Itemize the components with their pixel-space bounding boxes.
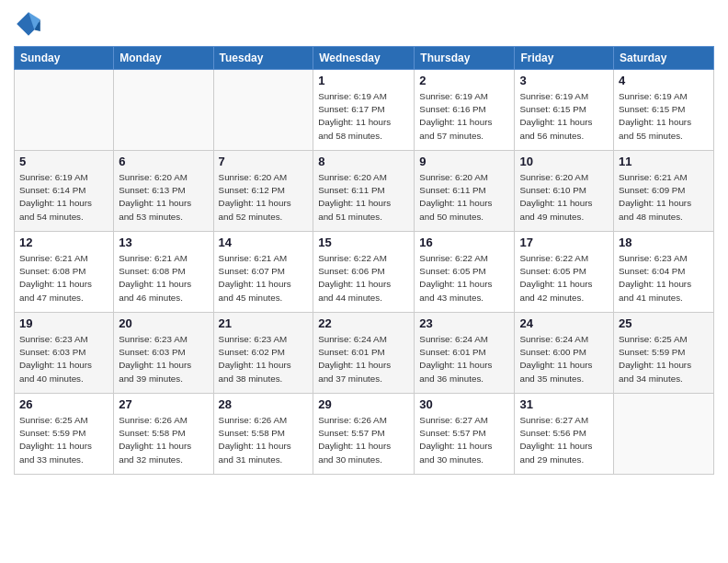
day-info: Sunrise: 6:21 AMSunset: 6:07 PMDaylight:… (219, 252, 309, 304)
calendar-day-cell: 16Sunrise: 6:22 AMSunset: 6:05 PMDayligh… (415, 232, 515, 313)
day-info: Sunrise: 6:25 AMSunset: 5:59 PMDaylight:… (619, 333, 709, 385)
calendar-day-cell: 25Sunrise: 6:25 AMSunset: 5:59 PMDayligh… (614, 313, 714, 394)
day-number: 29 (318, 397, 409, 411)
day-info: Sunrise: 6:20 AMSunset: 6:10 PMDaylight:… (519, 171, 609, 224)
day-number: 31 (519, 397, 609, 411)
calendar-day-cell: 14Sunrise: 6:21 AMSunset: 6:07 PMDayligh… (213, 232, 313, 313)
day-number: 12 (19, 236, 108, 249)
day-number: 3 (519, 74, 609, 87)
day-number: 24 (519, 316, 609, 330)
calendar-week-row: 26Sunrise: 6:25 AMSunset: 5:59 PMDayligh… (15, 394, 714, 475)
weekday-header-cell: Thursday (415, 47, 515, 70)
day-number: 13 (119, 236, 208, 249)
calendar-day-cell: 10Sunrise: 6:20 AMSunset: 6:10 PMDayligh… (515, 151, 614, 232)
header (14, 9, 714, 39)
day-info: Sunrise: 6:27 AMSunset: 5:56 PMDaylight:… (519, 414, 609, 466)
day-info: Sunrise: 6:21 AMSunset: 6:09 PMDaylight:… (619, 171, 709, 224)
day-info: Sunrise: 6:26 AMSunset: 5:58 PMDaylight:… (119, 414, 208, 466)
day-info: Sunrise: 6:25 AMSunset: 5:59 PMDaylight:… (19, 414, 108, 466)
day-info: Sunrise: 6:20 AMSunset: 6:12 PMDaylight:… (219, 171, 309, 224)
calendar-day-cell: 22Sunrise: 6:24 AMSunset: 6:01 PMDayligh… (313, 313, 415, 394)
day-number: 22 (318, 316, 409, 330)
day-number: 19 (19, 316, 108, 330)
calendar-day-cell: 30Sunrise: 6:27 AMSunset: 5:57 PMDayligh… (415, 394, 515, 475)
weekday-header-cell: Sunday (15, 47, 114, 70)
calendar-body: 1Sunrise: 6:19 AMSunset: 6:17 PMDaylight… (15, 70, 714, 475)
day-info: Sunrise: 6:19 AMSunset: 6:15 PMDaylight:… (619, 90, 709, 143)
day-number: 14 (219, 236, 309, 249)
calendar-day-cell: 28Sunrise: 6:26 AMSunset: 5:58 PMDayligh… (213, 394, 313, 475)
day-number: 4 (619, 74, 709, 87)
calendar-day-cell (114, 70, 213, 151)
calendar-day-cell: 20Sunrise: 6:23 AMSunset: 6:03 PMDayligh… (114, 313, 213, 394)
weekday-header-cell: Friday (515, 47, 614, 70)
day-number: 10 (519, 155, 609, 168)
day-info: Sunrise: 6:19 AMSunset: 6:16 PMDaylight:… (419, 90, 509, 143)
calendar-day-cell: 1Sunrise: 6:19 AMSunset: 6:17 PMDaylight… (313, 70, 415, 151)
day-info: Sunrise: 6:24 AMSunset: 6:00 PMDaylight:… (519, 333, 609, 385)
weekday-header-cell: Wednesday (313, 47, 415, 70)
calendar-day-cell: 29Sunrise: 6:26 AMSunset: 5:57 PMDayligh… (313, 394, 415, 475)
day-number: 18 (619, 236, 709, 249)
calendar-day-cell: 17Sunrise: 6:22 AMSunset: 6:05 PMDayligh… (515, 232, 614, 313)
logo-icon (14, 9, 43, 39)
calendar-day-cell: 21Sunrise: 6:23 AMSunset: 6:02 PMDayligh… (213, 313, 313, 394)
day-number: 1 (318, 74, 409, 87)
calendar-day-cell: 4Sunrise: 6:19 AMSunset: 6:15 PMDaylight… (614, 70, 714, 151)
day-number: 8 (318, 155, 409, 168)
day-info: Sunrise: 6:22 AMSunset: 6:05 PMDaylight:… (519, 252, 609, 304)
day-number: 28 (219, 397, 309, 411)
calendar-day-cell: 15Sunrise: 6:22 AMSunset: 6:06 PMDayligh… (313, 232, 415, 313)
day-number: 16 (419, 236, 509, 249)
calendar-day-cell: 26Sunrise: 6:25 AMSunset: 5:59 PMDayligh… (15, 394, 114, 475)
calendar-day-cell: 8Sunrise: 6:20 AMSunset: 6:11 PMDaylight… (313, 151, 415, 232)
calendar-day-cell: 11Sunrise: 6:21 AMSunset: 6:09 PMDayligh… (614, 151, 714, 232)
calendar-week-row: 1Sunrise: 6:19 AMSunset: 6:17 PMDaylight… (15, 70, 714, 151)
calendar-week-row: 12Sunrise: 6:21 AMSunset: 6:08 PMDayligh… (15, 232, 714, 313)
day-number: 6 (119, 155, 208, 168)
day-number: 17 (519, 236, 609, 249)
weekday-header-cell: Saturday (614, 47, 714, 70)
day-number: 21 (219, 316, 309, 330)
day-info: Sunrise: 6:22 AMSunset: 6:05 PMDaylight:… (419, 252, 509, 304)
day-info: Sunrise: 6:27 AMSunset: 5:57 PMDaylight:… (419, 414, 509, 466)
day-info: Sunrise: 6:21 AMSunset: 6:08 PMDaylight:… (19, 252, 108, 304)
day-number: 7 (219, 155, 309, 168)
day-number: 11 (619, 155, 709, 168)
day-info: Sunrise: 6:20 AMSunset: 6:11 PMDaylight:… (318, 171, 409, 224)
day-info: Sunrise: 6:23 AMSunset: 6:03 PMDaylight:… (19, 333, 108, 385)
day-number: 2 (419, 74, 509, 87)
day-info: Sunrise: 6:19 AMSunset: 6:17 PMDaylight:… (318, 90, 409, 143)
day-number: 27 (119, 397, 208, 411)
calendar-day-cell: 12Sunrise: 6:21 AMSunset: 6:08 PMDayligh… (15, 232, 114, 313)
day-number: 26 (19, 397, 108, 411)
day-info: Sunrise: 6:19 AMSunset: 6:14 PMDaylight:… (19, 171, 108, 224)
day-number: 23 (419, 316, 509, 330)
calendar-day-cell: 23Sunrise: 6:24 AMSunset: 6:01 PMDayligh… (415, 313, 515, 394)
calendar-day-cell (15, 70, 114, 151)
calendar-day-cell: 19Sunrise: 6:23 AMSunset: 6:03 PMDayligh… (15, 313, 114, 394)
calendar-day-cell: 3Sunrise: 6:19 AMSunset: 6:15 PMDaylight… (515, 70, 614, 151)
day-number: 30 (419, 397, 509, 411)
day-number: 5 (19, 155, 108, 168)
day-number: 20 (119, 316, 208, 330)
day-info: Sunrise: 6:21 AMSunset: 6:08 PMDaylight:… (119, 252, 208, 304)
weekday-header-row: SundayMondayTuesdayWednesdayThursdayFrid… (15, 47, 714, 70)
calendar-day-cell: 18Sunrise: 6:23 AMSunset: 6:04 PMDayligh… (614, 232, 714, 313)
page-container: SundayMondayTuesdayWednesdayThursdayFrid… (0, 0, 728, 484)
calendar-week-row: 19Sunrise: 6:23 AMSunset: 6:03 PMDayligh… (15, 313, 714, 394)
day-info: Sunrise: 6:23 AMSunset: 6:03 PMDaylight:… (119, 333, 208, 385)
calendar-week-row: 5Sunrise: 6:19 AMSunset: 6:14 PMDaylight… (15, 151, 714, 232)
weekday-header-cell: Monday (114, 47, 213, 70)
calendar-day-cell: 13Sunrise: 6:21 AMSunset: 6:08 PMDayligh… (114, 232, 213, 313)
calendar-day-cell: 31Sunrise: 6:27 AMSunset: 5:56 PMDayligh… (515, 394, 614, 475)
day-info: Sunrise: 6:23 AMSunset: 6:02 PMDaylight:… (219, 333, 309, 385)
logo (14, 9, 49, 39)
day-info: Sunrise: 6:20 AMSunset: 6:13 PMDaylight:… (119, 171, 208, 224)
calendar-day-cell: 6Sunrise: 6:20 AMSunset: 6:13 PMDaylight… (114, 151, 213, 232)
day-info: Sunrise: 6:26 AMSunset: 5:57 PMDaylight:… (318, 414, 409, 466)
calendar-day-cell: 9Sunrise: 6:20 AMSunset: 6:11 PMDaylight… (415, 151, 515, 232)
day-info: Sunrise: 6:24 AMSunset: 6:01 PMDaylight:… (419, 333, 509, 385)
weekday-header-cell: Tuesday (213, 47, 313, 70)
calendar-day-cell (614, 394, 714, 475)
